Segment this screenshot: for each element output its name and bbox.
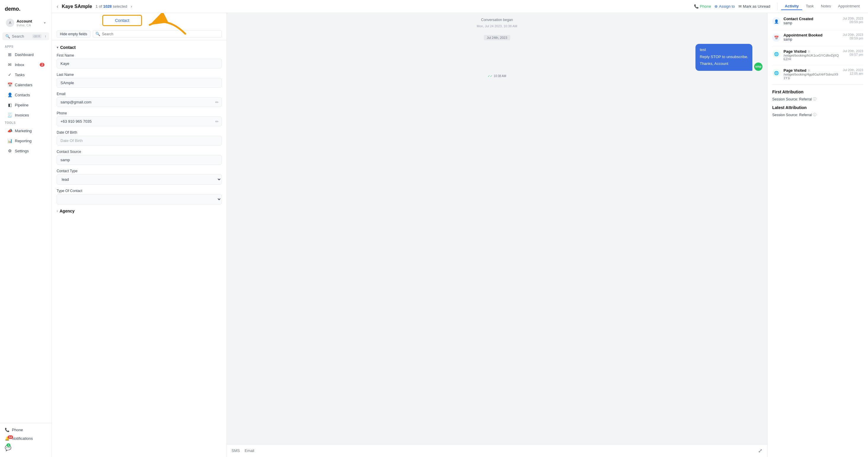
copy-icon-2[interactable]: ⎘ — [808, 69, 810, 72]
contact-form: ▾ Contact First Name Last Name Email — [52, 40, 226, 457]
phone-button[interactable]: 📞 Phone — [694, 4, 711, 9]
edit-phone-icon[interactable]: ✏ — [215, 119, 219, 124]
support-badge: 3 — [6, 444, 10, 447]
input-last-name[interactable] — [57, 78, 222, 88]
activity-date-1: Jul 20th, 2023 — [843, 33, 863, 36]
select-contact-type[interactable]: lead customer prospect — [57, 174, 222, 185]
input-phone[interactable] — [57, 117, 222, 126]
sidebar-item-dashboard[interactable]: ⊞ Dashboard — [2, 50, 49, 59]
expand-button[interactable]: ⤢ — [758, 448, 763, 454]
sidebar-item-inbox[interactable]: ✉ Inbox 2 — [2, 60, 49, 69]
label-last-name: Last Name — [57, 73, 222, 77]
notifications-badge: 14 — [8, 435, 13, 439]
contact-toolbar: Hide empty fields 🔍 — [52, 28, 226, 40]
field-contact-type: Contact Type lead customer prospect — [57, 169, 222, 185]
field-contact-source: Contact Source — [57, 150, 222, 165]
contact-name: Kaye SAmple — [62, 4, 92, 9]
input-dob[interactable] — [57, 136, 222, 145]
sidebar-item-pipeline[interactable]: ◧ Pipeline — [2, 100, 49, 110]
sidebar-item-tasks[interactable]: ✓ Tasks — [2, 70, 49, 79]
activity-sub-appointment: samp — [783, 37, 840, 41]
back-button[interactable]: ‹ — [57, 4, 58, 9]
sidebar-item-label-inbox: Inbox — [15, 63, 24, 67]
message-time: 10:38 AM — [494, 74, 506, 78]
section-header-contact[interactable]: ▾ Contact — [57, 45, 222, 50]
message-line2: Reply STOP to unsubscribe. — [700, 54, 748, 60]
assign-icon: ⊕ — [714, 4, 718, 9]
contact-highlight-wrapper: Contact — [102, 15, 142, 26]
latest-attribution-info-icon[interactable]: ⓘ — [813, 112, 816, 117]
search-icon: 🔍 — [5, 34, 10, 38]
input-email[interactable] — [57, 97, 222, 107]
activity-title-page-visited-1: Page Visited — [783, 49, 806, 54]
sidebar-item-marketing[interactable]: 📣 Marketing — [2, 126, 49, 135]
edit-email-icon[interactable]: ✏ — [215, 100, 219, 105]
message-meta: ✓✓ 10:38 AM — [488, 74, 506, 78]
sidebar-item-label-contacts: Contacts — [15, 93, 30, 97]
divider-3 — [772, 65, 863, 66]
assign-button[interactable]: ⊕ Assign to — [714, 4, 735, 9]
activity-date-3: Jul 20th, 2023 — [843, 68, 863, 72]
sidebar-item-settings[interactable]: ⚙ Settings — [2, 146, 49, 156]
envelope-icon: ✉ — [739, 4, 742, 9]
label-first-name: First Name — [57, 53, 222, 58]
agency-label: Agency — [60, 209, 75, 214]
sidebar-item-reporting[interactable]: 📊 Reporting — [2, 136, 49, 145]
account-name: Account — [17, 19, 32, 24]
marketing-icon: 📣 — [7, 128, 12, 133]
input-contact-source[interactable] — [57, 155, 222, 165]
tab-notes[interactable]: Notes — [817, 3, 835, 10]
pipeline-icon: ◧ — [7, 102, 12, 107]
settings-icon: ⚙ — [7, 148, 12, 154]
contact-search-input[interactable] — [102, 32, 219, 36]
field-first-name: First Name — [57, 53, 222, 68]
select-type-of-contact[interactable] — [57, 194, 222, 204]
checkmark-icon: ✓✓ — [488, 74, 492, 78]
person-icon: 👤 — [772, 17, 780, 26]
copy-icon-1[interactable]: ⎘ — [808, 50, 810, 53]
activity-title-contact-created: Contact Created — [783, 17, 840, 21]
contact-tab-button[interactable]: Contact — [102, 15, 142, 26]
tab-task[interactable]: Task — [802, 3, 817, 10]
count-label: selected — [113, 4, 127, 9]
sidebar-item-label-reporting: Reporting — [15, 139, 31, 143]
sidebar-item-invoices[interactable]: 🧾 Invoices — [2, 110, 49, 120]
sidebar-item-label-settings: Settings — [15, 149, 29, 153]
input-first-name[interactable] — [57, 59, 222, 68]
first-attribution-info-icon[interactable]: ⓘ — [813, 97, 816, 102]
globe-icon-2: 🌐 — [772, 69, 780, 77]
sidebar-item-label-phone: Phone — [12, 428, 23, 432]
sidebar-item-calendars[interactable]: 📅 Calendars — [2, 80, 49, 90]
mark-unread-button[interactable]: ✉ Mark as Unread — [739, 4, 770, 9]
calendar-icon: 📅 — [772, 33, 780, 42]
sidebar-item-notifications[interactable]: 🔔 Notifications 14 — [0, 434, 52, 443]
activity-date-2: Jul 20th, 2023 — [843, 49, 863, 53]
tab-email[interactable]: Email — [245, 448, 254, 453]
activity-time-0: 09:59 pm — [843, 20, 863, 24]
tab-appointment[interactable]: Appointment — [835, 3, 863, 10]
sidebar-item-support[interactable]: 💬 3 — [0, 443, 52, 453]
message-avatar: smp — [754, 63, 763, 71]
sidebar-item-label-marketing: Marketing — [15, 129, 32, 133]
content-area: Contact Hide empty fields 🔍 — [52, 13, 868, 457]
sidebar-item-contacts[interactable]: 👤 Contacts — [2, 90, 49, 100]
field-dob: Date Of Birth — [57, 130, 222, 145]
section-header-agency[interactable]: › Agency — [57, 209, 222, 214]
search-bar[interactable]: 🔍 Search ctrl K ↑ — [2, 32, 49, 40]
conversation-tabs: SMS Email — [231, 448, 254, 453]
divider-2 — [772, 46, 863, 47]
sidebar-item-phone[interactable]: 📞 Phone — [0, 426, 52, 434]
hide-empty-button[interactable]: Hide empty fields — [57, 31, 90, 38]
field-last-name: Last Name — [57, 73, 222, 88]
activity-link-2: /widget/booking/4gp8GaX4rFSdmzX91Y1i — [783, 73, 840, 80]
account-switcher[interactable]: A Account Irvine, CA ▾ — [2, 17, 49, 29]
phone-call-icon: 📞 — [694, 4, 699, 9]
contact-search[interactable]: 🔍 — [93, 30, 222, 38]
conversation-messages: Conversation began Mon, Jul 24 2023, 10:… — [227, 13, 767, 444]
nav-next-button[interactable]: › — [131, 4, 132, 9]
tab-activity[interactable]: Activity — [781, 3, 802, 10]
tab-sms[interactable]: SMS — [231, 448, 240, 453]
count-total[interactable]: 1028 — [103, 4, 112, 9]
chevron-down-icon: ▾ — [57, 45, 58, 50]
activity-panel: 👤 Contact Created samp Jul 20th, 2023 09… — [767, 13, 868, 457]
